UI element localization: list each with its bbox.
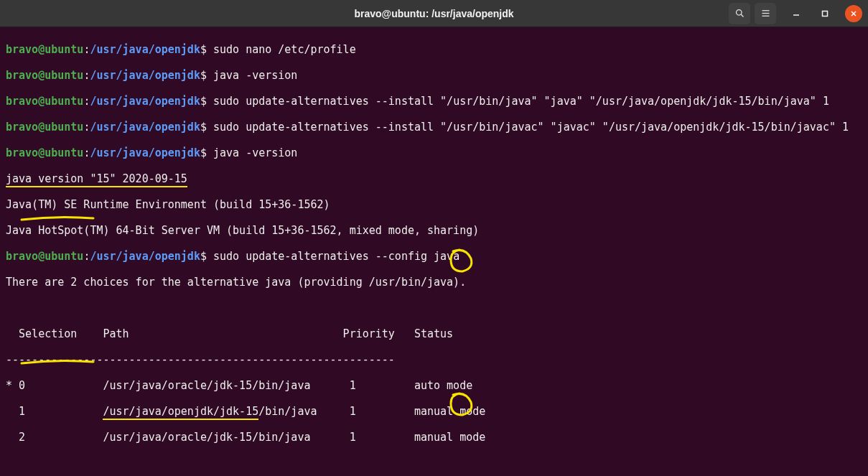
alt-java-row-0: * 0 /usr/java/oracle/jdk-15/bin/java 1 a… <box>6 379 862 392</box>
alt-table-header: Selection Path Priority Status <box>6 327 862 340</box>
alt-java-row-2: 2 /usr/java/oracle/jdk-15/bin/java 1 man… <box>6 431 862 444</box>
svg-line-1 <box>741 14 743 17</box>
svg-rect-6 <box>823 11 828 16</box>
prompt-path: /usr/java/openjdk <box>90 43 200 56</box>
java-version-output: java version "15" 2020-09-15 <box>6 172 187 187</box>
terminal-output[interactable]: bravo@ubuntu:/usr/java/openjdk$ sudo nan… <box>0 27 868 476</box>
titlebar: bravo@ubuntu: /usr/java/openjdk <box>0 0 868 27</box>
prompt-user: bravo@ubuntu <box>6 43 83 56</box>
maximize-button[interactable] <box>816 5 834 22</box>
minimize-button[interactable] <box>788 5 805 22</box>
hamburger-menu-button[interactable] <box>755 3 776 24</box>
close-button[interactable] <box>845 5 862 22</box>
svg-point-0 <box>736 10 742 16</box>
search-button[interactable] <box>729 3 750 24</box>
command-text: sudo nano /etc/profile <box>213 43 356 56</box>
alt-java-row-1: 1 /usr/java/openjdk/jdk-15/bin/java 1 ma… <box>6 405 862 418</box>
